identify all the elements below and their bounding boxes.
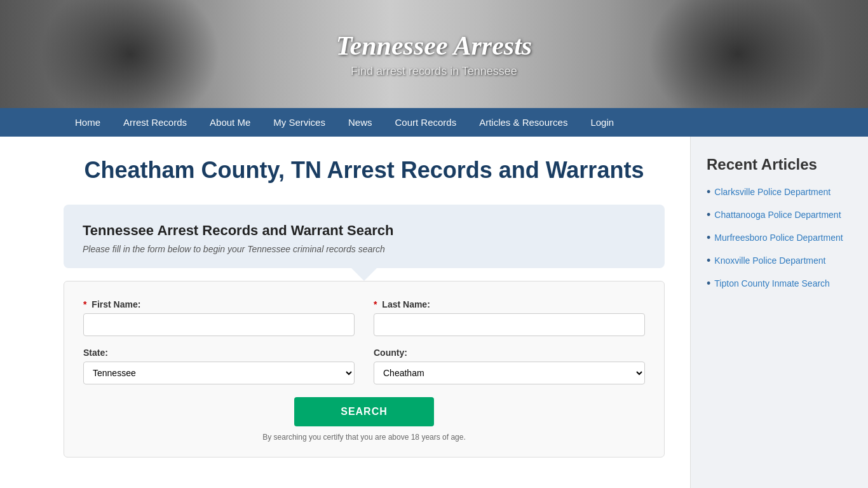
sidebar-article-item: Knoxville Police Department [707, 255, 852, 268]
sidebar-article-link-3[interactable]: Murfreesboro Police Department [714, 232, 843, 245]
sidebar-article-item: Clarksville Police Department [707, 186, 852, 199]
county-label: County: [374, 348, 645, 358]
sidebar-article-list: Clarksville Police Department Chattanoog… [707, 186, 852, 290]
nav-item-news[interactable]: News [337, 108, 384, 137]
sidebar-article-link-2[interactable]: Chattanooga Police Department [714, 209, 841, 222]
sidebar-article-link-5[interactable]: Tipton County Inmate Search [714, 278, 830, 290]
main-nav: Home Arrest Records About Me My Services… [0, 108, 868, 137]
nav-item-arrest-records[interactable]: Arrest Records [112, 108, 198, 137]
first-name-label: * First Name: [83, 299, 355, 309]
search-box-title: Tennessee Arrest Records and Warrant Sea… [83, 222, 646, 239]
first-name-input[interactable] [83, 313, 355, 336]
first-name-group: * First Name: [83, 299, 355, 336]
site-banner: Tennessee Arrests Find arrest records in… [0, 0, 868, 108]
sidebar-article-item: Chattanooga Police Department [707, 209, 852, 222]
nav-item-login[interactable]: Login [579, 108, 625, 137]
page-body: Cheatham County, TN Arrest Records and W… [0, 137, 868, 488]
chevron-down-icon [351, 268, 377, 281]
sidebar-article-item: Murfreesboro Police Department [707, 232, 852, 245]
nav-item-about-me[interactable]: About Me [198, 108, 262, 137]
sidebar-article-item: Tipton County Inmate Search [707, 278, 852, 290]
last-name-group: * Last Name: [374, 299, 645, 336]
sidebar-title: Recent Articles [707, 156, 852, 173]
state-label: State: [83, 348, 355, 358]
site-subtitle: Find arrest records in Tennessee [336, 65, 532, 78]
last-name-input[interactable] [374, 313, 645, 336]
search-button[interactable]: SEARCH [294, 397, 434, 426]
county-group: County: Cheatham [374, 348, 645, 384]
nav-item-home[interactable]: Home [64, 108, 112, 137]
banner-text: Tennessee Arrests Find arrest records in… [336, 30, 532, 78]
name-row: * First Name: * Last Name: [83, 299, 645, 336]
search-box-header: Tennessee Arrest Records and Warrant Sea… [64, 205, 665, 268]
state-group: State: Tennessee [83, 348, 355, 384]
nav-item-court-records[interactable]: Court Records [383, 108, 468, 137]
form-note: By searching you certify that you are ab… [83, 433, 645, 442]
site-title: Tennessee Arrests [336, 30, 532, 61]
sidebar-article-link-1[interactable]: Clarksville Police Department [714, 186, 831, 199]
sidebar: Recent Articles Clarksville Police Depar… [690, 137, 868, 488]
last-name-label: * Last Name: [374, 299, 645, 309]
county-select[interactable]: Cheatham [374, 362, 645, 384]
main-content: Cheatham County, TN Arrest Records and W… [0, 137, 690, 488]
sidebar-article-link-4[interactable]: Knoxville Police Department [714, 255, 825, 268]
nav-item-services[interactable]: My Services [262, 108, 337, 137]
location-row: State: Tennessee County: Cheatham [83, 348, 645, 384]
search-form: * First Name: * Last Name: State: [64, 281, 665, 458]
search-box-subtitle: Please fill in the form below to begin y… [83, 244, 646, 254]
state-select[interactable]: Tennessee [83, 362, 355, 384]
page-title: Cheatham County, TN Arrest Records and W… [64, 156, 665, 186]
nav-item-articles[interactable]: Articles & Resources [468, 108, 579, 137]
